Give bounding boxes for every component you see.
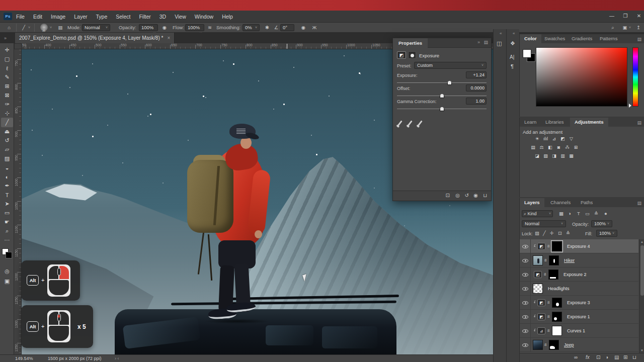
layer-row-exposure-4[interactable]: ↴ ◩ 8 Exposure 4	[520, 239, 638, 253]
saturation-brightness-field[interactable]	[536, 47, 627, 107]
expand-panels-icon[interactable]: «	[500, 31, 502, 36]
layer-row-exposure-2[interactable]: ◩ 8 Exposure 2	[520, 267, 638, 282]
menu-layer[interactable]: Layer	[74, 14, 87, 20]
layer-row-curves-1[interactable]: ↴ ⊿ 8 Curves 1	[520, 324, 638, 338]
exposure-adjustment-icon[interactable]: ◩	[537, 299, 545, 306]
menu-help[interactable]: Help	[222, 14, 233, 20]
eyedropper-tool[interactable]: ✑	[1, 100, 13, 109]
scrollbar-thumb[interactable]	[640, 245, 644, 296]
brush-tool-icon[interactable]: ╱	[20, 23, 27, 33]
new-adjustment-layer-icon[interactable]: ◑	[605, 354, 608, 360]
panel-menu-icon[interactable]: ▤	[484, 40, 488, 45]
size-pressure-icon[interactable]: ◉	[300, 23, 307, 33]
menu-view[interactable]: View	[175, 14, 186, 20]
tab-libraries[interactable]: Libraries	[541, 118, 568, 127]
panel-menu-icon[interactable]: ▤	[637, 37, 641, 42]
tab-gradients[interactable]: Gradients	[567, 34, 597, 43]
add-layer-mask-icon[interactable]: ⊡	[596, 354, 600, 360]
brush-tool[interactable]: ╱	[1, 118, 13, 127]
dodge-tool[interactable]: ◐	[1, 172, 13, 182]
gamma-slider-thumb[interactable]	[440, 107, 444, 111]
tab-layers[interactable]: Layers	[520, 198, 544, 207]
channel-mixer-icon[interactable]: ⁂	[564, 144, 571, 150]
smoothing-options-gear-icon[interactable]: ✱	[264, 23, 271, 33]
layer-mask-thumbnail[interactable]	[552, 326, 562, 336]
exposure-value[interactable]: +1.24	[466, 71, 487, 78]
visibility-eye-icon[interactable]	[522, 273, 528, 277]
share-icon[interactable]: ↥	[634, 23, 642, 33]
layer-mask-thumbnail[interactable]	[552, 241, 562, 251]
filter-pixel-layers-icon[interactable]: ▦	[559, 211, 564, 216]
toggle-visibility-icon[interactable]: ◉	[473, 193, 478, 198]
tab-color[interactable]: Color	[520, 34, 541, 43]
gradient-map-icon[interactable]: ▥	[559, 153, 566, 158]
link-layers-icon[interactable]: ∞	[574, 354, 578, 360]
delete-layer-icon[interactable]: ⊔	[632, 354, 636, 360]
search-icon[interactable]: ⌕	[609, 23, 617, 33]
visibility-eye-icon[interactable]	[522, 315, 528, 319]
visibility-eye-icon[interactable]	[522, 329, 528, 333]
lock-pixels-icon[interactable]: ╱	[543, 230, 546, 236]
hue-strip[interactable]	[632, 47, 638, 107]
layer-row-hiker[interactable]: 8 Hiker	[520, 253, 638, 267]
tab-learn[interactable]: Learn	[520, 118, 541, 127]
mode-dropdown[interactable]: Normal˅	[82, 24, 110, 31]
screen-mode-button[interactable]: ▣	[1, 277, 13, 286]
layer-mask-thumbnail[interactable]	[549, 340, 559, 350]
layer-name[interactable]: Hiker	[564, 258, 575, 263]
opacity-pressure-icon[interactable]: ◉	[161, 23, 168, 33]
layer-row-headlights[interactable]: Headlights	[520, 282, 638, 296]
shape-tool[interactable]: ▭	[1, 208, 13, 218]
character-panel-icon[interactable]: A|	[510, 54, 514, 60]
color-lookup-icon[interactable]: ⊞	[573, 144, 579, 150]
paragraph-panel-icon[interactable]: ¶	[511, 63, 514, 69]
hand-tool[interactable]: ☛	[1, 217, 13, 227]
layer-mask-thumbnail[interactable]	[552, 298, 562, 308]
selective-color-icon[interactable]: ▦	[568, 153, 575, 158]
curves-icon[interactable]: ⊿	[551, 136, 557, 141]
layer-row-exposure-3[interactable]: ↴ ◩ 8 Exposure 3	[520, 296, 638, 310]
edit-toolbar[interactable]: ⋯	[1, 235, 13, 245]
menu-type[interactable]: Type	[96, 14, 107, 20]
menu-3d[interactable]: 3D	[159, 14, 166, 20]
visibility-eye-icon[interactable]	[522, 287, 528, 291]
set-white-point-eyedropper-icon[interactable]	[417, 120, 422, 126]
close-button[interactable]: ✕	[633, 12, 644, 20]
tab-overflow-icon[interactable]: »	[4, 36, 7, 41]
visibility-eye-icon[interactable]	[522, 301, 528, 305]
reset-adjustment-icon[interactable]: ↺	[465, 193, 469, 198]
layer-name[interactable]: Headlights	[548, 286, 570, 291]
layer-thumbnail[interactable]	[533, 284, 543, 294]
tab-adjustments[interactable]: Adjustments	[570, 118, 608, 127]
menu-edit[interactable]: Edit	[33, 14, 42, 20]
quick-mask-button[interactable]: ◎	[1, 266, 13, 276]
filter-toggle-icon[interactable]: ●	[604, 211, 607, 216]
layer-name[interactable]: Jeep	[564, 342, 574, 347]
document-tab[interactable]: 2007_Explore_Demo.psd @ 150% (Exposure 4…	[15, 33, 175, 43]
view-previous-state-icon[interactable]: ◎	[455, 193, 460, 198]
exposure-adjustment-icon[interactable]: ◩	[537, 313, 545, 320]
layer-opacity-dropdown[interactable]: 100%˅	[591, 220, 612, 227]
home-icon[interactable]: ⌂	[5, 23, 13, 33]
lock-all-icon[interactable]: ≙	[566, 230, 570, 236]
brightness-contrast-icon[interactable]: ☀	[534, 136, 540, 141]
preset-dropdown[interactable]: Custom˅	[414, 62, 487, 69]
visibility-eye-icon[interactable]	[522, 259, 528, 262]
scroll-down-icon[interactable]: ▼	[640, 349, 643, 352]
lock-artboard-icon[interactable]: ⊡	[558, 230, 562, 236]
menu-select[interactable]: Select	[116, 14, 130, 20]
menu-filter[interactable]: Filter	[139, 14, 150, 20]
tab-channels[interactable]: Channels	[546, 198, 575, 207]
ruler-corner[interactable]	[14, 43, 22, 49]
fill-dropdown[interactable]: 100%˅	[596, 230, 617, 237]
properties-tab[interactable]: Properties	[393, 38, 428, 48]
exposure-adjustment-icon[interactable]: ◩	[537, 243, 545, 250]
offset-slider-thumb[interactable]	[440, 94, 444, 98]
set-black-point-eyedropper-icon[interactable]	[397, 120, 402, 126]
tab-swatches[interactable]: Swatches	[540, 34, 570, 43]
lasso-tool[interactable]: ℓ	[1, 63, 13, 73]
layer-row-jeep[interactable]: 8 Jeep	[520, 338, 638, 352]
clip-to-layer-icon[interactable]: ⊡	[446, 193, 450, 198]
symmetry-icon[interactable]: Ж	[311, 23, 318, 33]
tab-patterns[interactable]: Patterns	[595, 34, 622, 43]
